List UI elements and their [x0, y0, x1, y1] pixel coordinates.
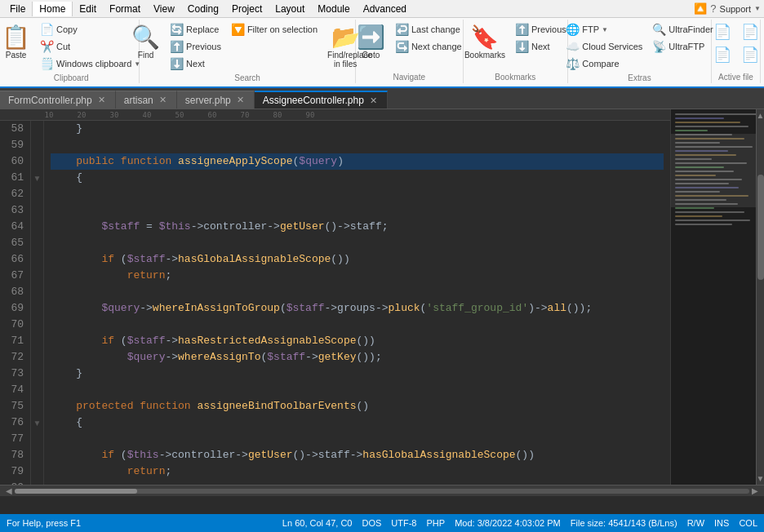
status-encoding[interactable]: UTF-8	[391, 518, 416, 528]
tab-server-label: server.php	[185, 95, 231, 106]
menu-file[interactable]: File	[3, 2, 32, 16]
menu-module[interactable]: Module	[311, 2, 356, 16]
ribbon-group-clipboard: 📋 Paste 📄 Copy ✂️ Cut 🗒️	[3, 20, 140, 83]
paste-button[interactable]: 📋 Paste	[0, 21, 34, 62]
menu-layout[interactable]: Layout	[269, 2, 311, 16]
tab-formcontroller-close[interactable]: ✕	[96, 95, 107, 105]
next-change-icon: ↪️	[395, 40, 409, 53]
next-bm-label: Next	[531, 42, 550, 51]
menu-view[interactable]: View	[147, 2, 181, 16]
code-line-61: {	[51, 170, 664, 186]
menu-edit[interactable]: Edit	[73, 2, 103, 16]
code-line-74	[51, 382, 664, 398]
fold-61[interactable]: ▼	[33, 174, 42, 183]
status-col[interactable]: COL	[739, 518, 757, 528]
tab-server[interactable]: server.php ✕	[177, 91, 255, 109]
svg-rect-0	[675, 113, 756, 115]
tab-assignee-close[interactable]: ✕	[368, 95, 379, 106]
clipboard-group-label: Clipboard	[54, 72, 89, 82]
vertical-scrollbar[interactable]: ▲ ▼	[756, 109, 764, 485]
replace-button[interactable]: 🔄 Replace	[166, 21, 225, 38]
tab-server-close[interactable]: ✕	[235, 95, 246, 105]
extras-group-label: Extras	[628, 72, 651, 82]
code-line-65	[51, 235, 664, 251]
bookmarks-button[interactable]: 🔖 Bookmarks	[460, 21, 509, 62]
code-line-78: if ($this->controller->getUser()->staff-…	[51, 447, 664, 463]
ribbon-group-extras: 🌐 FTP ▼ ☁️ Cloud Services ⚖️ Compare	[568, 20, 712, 83]
menu-coding[interactable]: Coding	[181, 2, 225, 16]
cut-label: Cut	[56, 42, 70, 51]
ultrafinder-button[interactable]: 🔍 UltraFinder	[648, 21, 717, 38]
search-group-label: Search	[234, 72, 260, 82]
ultrafinder-icon: 🔍	[652, 23, 666, 36]
status-rw[interactable]: R/W	[687, 518, 704, 528]
last-change-label: Last change	[411, 24, 460, 34]
ftp-button[interactable]: 🌐 FTP ▼	[562, 21, 646, 38]
bookmarks-icon: 🔖	[470, 24, 499, 51]
svg-rect-4	[675, 130, 708, 131]
tab-assignee[interactable]: AssigneeController.php ✕	[255, 91, 388, 109]
svg-rect-27	[675, 224, 732, 225]
code-line-58: }	[51, 121, 664, 137]
status-position[interactable]: Ln 60, Col 47, C0	[282, 518, 353, 528]
goto-label: Goto	[362, 51, 380, 60]
active-file-btn3[interactable]: 📄	[709, 44, 735, 65]
code-editor[interactable]: } public function assigneeApplyScope($qu…	[44, 121, 670, 485]
cloud-services-button[interactable]: ☁️ Cloud Services	[562, 38, 646, 55]
menu-home[interactable]: Home	[32, 2, 73, 16]
scroll-left-btn[interactable]: ◀	[3, 486, 15, 495]
next-change-button[interactable]: ↪️ Next change	[391, 38, 466, 55]
menu-advanced[interactable]: Advanced	[357, 2, 413, 16]
ultraFTP-button[interactable]: 📡 UltraFTP	[648, 38, 717, 55]
ribbon-group-active-file: 📄 📄 📄 📄 Active file	[712, 20, 761, 83]
ultraFTP-icon: 📡	[652, 40, 666, 53]
status-file-size: File size: 4541/143 (B/Lns)	[571, 518, 677, 528]
ultrafinder-label: UltraFinder	[668, 24, 713, 34]
find-button[interactable]: 🔍 Find	[127, 21, 164, 62]
tab-formcontroller[interactable]: FormController.php ✕	[0, 91, 116, 109]
replace-icon: 🔄	[170, 23, 184, 36]
fold-76[interactable]: ▼	[33, 419, 42, 428]
svg-rect-1	[675, 117, 724, 119]
code-line-64: $staff = $this->controller->getUser()->s…	[51, 219, 664, 235]
document-tabs: FormController.php ✕ artisan ✕ server.ph…	[0, 88, 764, 109]
line-numbers: 58 59 60 61 62 63 64 65 66 67 68 69	[0, 121, 31, 485]
compare-button[interactable]: ⚖️ Compare	[562, 55, 646, 72]
next-search-label: Next	[186, 59, 205, 69]
svg-rect-23	[675, 207, 714, 209]
ribbon: 📋 Paste 📄 Copy ✂️ Cut 🗒️	[0, 18, 764, 88]
code-line-79: return;	[51, 463, 664, 480]
menu-bar: File Home Edit Format View Coding Projec…	[0, 0, 764, 18]
tab-formcontroller-label: FormController.php	[8, 95, 92, 106]
code-line-60: public function assigneeApplyScope($quer…	[51, 153, 664, 170]
find-icon: 🔍	[131, 24, 160, 51]
next-bm-icon: ⬇️	[515, 40, 529, 53]
scroll-right-btn[interactable]: ▶	[749, 486, 761, 495]
menu-project[interactable]: Project	[225, 2, 269, 16]
active-file-group-label: Active file	[718, 71, 753, 82]
goto-button[interactable]: ➡️ Goto	[353, 21, 389, 62]
active-file-btn2[interactable]: 📄	[737, 21, 763, 42]
scroll-up-btn[interactable]: ▲	[757, 111, 764, 120]
scroll-down-btn[interactable]: ▼	[757, 474, 764, 483]
copy-icon: 📄	[40, 23, 54, 36]
next-search-button[interactable]: ⬇️ Next	[166, 55, 225, 72]
previous-icon: ⬆️	[170, 40, 184, 53]
active-file-btn4[interactable]: 📄	[737, 44, 763, 65]
active-file-btn1[interactable]: 📄	[709, 21, 735, 42]
last-change-button[interactable]: ↩️ Last change	[391, 21, 466, 38]
horizontal-scrollbar[interactable]: ◀ ▶	[0, 485, 764, 496]
status-ins[interactable]: INS	[714, 518, 729, 528]
filter-selection-button[interactable]: 🔽 Filter on selection	[227, 21, 322, 38]
tab-artisan[interactable]: artisan ✕	[116, 91, 177, 109]
scroll-thumb-v[interactable]	[757, 175, 764, 280]
menu-format[interactable]: Format	[103, 2, 147, 16]
status-line-ending[interactable]: DOS	[362, 518, 381, 528]
scroll-thumb-h[interactable]	[15, 489, 137, 494]
tab-artisan-close[interactable]: ✕	[158, 95, 168, 105]
code-line-62	[51, 186, 664, 202]
svg-rect-26	[675, 219, 750, 221]
previous-search-button[interactable]: ⬆️ Previous	[166, 38, 225, 55]
goto-icon: ➡️	[357, 24, 385, 51]
status-language[interactable]: PHP	[427, 518, 446, 528]
